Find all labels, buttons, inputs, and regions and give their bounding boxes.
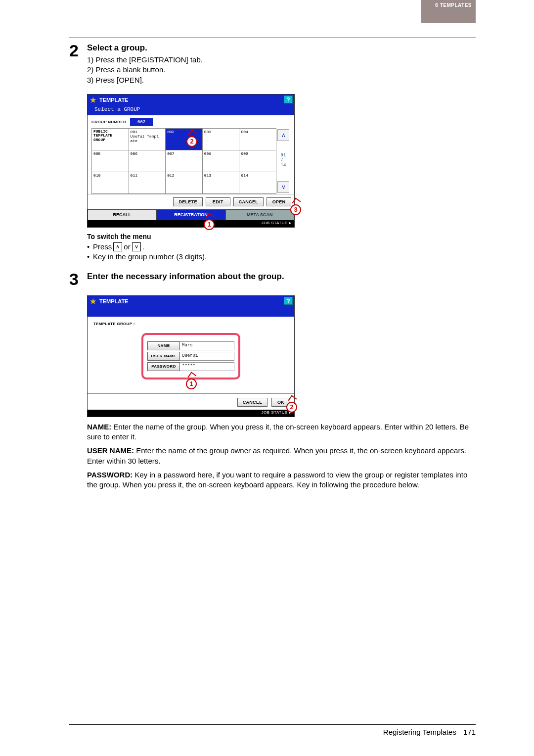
rule-top xyxy=(69,38,476,38)
template-panel-select-group: ★ TEMPLATE ? Select a GROUP GROUP NUMBER… xyxy=(87,94,295,228)
template-group-label: TEMPLATE GROUP : xyxy=(93,322,289,326)
bullet-icon: • xyxy=(87,252,93,261)
edit-button[interactable]: EDIT xyxy=(206,197,230,206)
tab-recall[interactable]: RECALL xyxy=(88,209,156,220)
cell-010[interactable]: 010 xyxy=(92,172,129,193)
cell-001[interactable]: 001 Useful Templ ate xyxy=(129,128,166,150)
panel2-title: TEMPLATE xyxy=(99,298,128,304)
header-band: 6 TEMPLATES xyxy=(421,0,476,23)
cell-008[interactable]: 008 xyxy=(202,150,239,172)
group-grid: PUBLIC TEMPLATE GROUP 001 Useful Templ a… xyxy=(91,128,276,194)
desc-password: PASSWORD: Key in a password here, if you… xyxy=(87,470,476,490)
group-number-label: GROUP NUMBER xyxy=(91,120,126,124)
step-2-title: Select a group. xyxy=(87,43,476,53)
password-label-button[interactable]: PASSWORD xyxy=(147,362,180,371)
template-panel-group-info: ★ TEMPLATE ? TEMPLATE GROUP : NAME Mars … xyxy=(87,295,295,417)
cell-014[interactable]: 014 xyxy=(239,172,276,193)
desc-username-label: USER NAME: xyxy=(87,446,134,455)
cell-007[interactable]: 007 xyxy=(166,150,203,172)
panel1-subtitle: Select a GROUP xyxy=(88,105,294,115)
desc-name-text: Enter the name of the group. When you pr… xyxy=(87,423,469,441)
star-icon: ★ xyxy=(89,96,96,103)
footer-page: 171 xyxy=(463,728,476,736)
cell-003[interactable]: 003 xyxy=(202,128,239,150)
step-2-item-2: 2) Press a blank button. xyxy=(87,65,476,75)
step-3-number: 3 xyxy=(69,272,87,286)
cancel-button[interactable]: CANCEL xyxy=(233,197,264,206)
step-2-item-1: 1) Press the [REGISTRATION] tab. xyxy=(87,55,476,65)
group-number-value[interactable]: 002 xyxy=(130,118,153,126)
callout-3: 3 xyxy=(290,204,301,215)
panel1-title: TEMPLATE xyxy=(99,97,128,103)
panel2-subtitle xyxy=(88,307,294,317)
step-3-title: Enter the necessary information about th… xyxy=(87,272,476,282)
switch-menu-line2: Key in the group number (3 digits). xyxy=(93,252,207,261)
job-status-bar[interactable]: JOB STATUS ▸ xyxy=(88,220,294,227)
desc-name: NAME: Enter the name of the group. When … xyxy=(87,422,476,442)
callout-1: 1 xyxy=(204,219,215,230)
password-field[interactable]: ***** xyxy=(180,362,234,371)
cell-004[interactable]: 004 xyxy=(239,128,276,150)
switch-menu-heading: To switch the menu xyxy=(87,233,476,240)
name-field[interactable]: Mars xyxy=(180,341,234,350)
cell-005[interactable]: 005 xyxy=(92,150,129,172)
scroll-down-icon[interactable]: ∨ xyxy=(277,181,289,193)
cell-public-template-group[interactable]: PUBLIC TEMPLATE GROUP xyxy=(92,128,129,150)
star-icon: ★ xyxy=(89,298,96,305)
help-icon[interactable]: ? xyxy=(284,297,293,305)
step-2-item-3: 3) Press [OPEN]. xyxy=(87,75,476,85)
help-icon[interactable]: ? xyxy=(284,95,293,103)
bullet-icon: • xyxy=(87,242,93,251)
username-label-button[interactable]: USER NAME xyxy=(147,352,180,361)
group-info-form: NAME Mars USER NAME User01 PASSWORD ****… xyxy=(141,333,240,379)
callout-2: 2 xyxy=(186,136,197,147)
desc-username-text: Enter the name of the group owner as req… xyxy=(87,446,466,465)
cell-006[interactable]: 006 xyxy=(129,150,166,172)
name-label-button[interactable]: NAME xyxy=(147,341,180,350)
callout-1: 1 xyxy=(186,378,197,389)
cell-013[interactable]: 013 xyxy=(202,172,239,193)
cell-012[interactable]: 012 xyxy=(166,172,203,193)
switch-menu-or-text: or xyxy=(124,242,130,251)
cancel-button[interactable]: CANCEL xyxy=(237,398,267,407)
tab-registration[interactable]: REGISTRATION xyxy=(156,209,225,220)
footer-title: Registering Templates xyxy=(383,728,456,736)
page-indicator: 01 ⁄ 14 xyxy=(281,142,286,180)
cell-011[interactable]: 011 xyxy=(129,172,166,193)
delete-button[interactable]: DELETE xyxy=(173,197,202,206)
key-down-icon: ∨ xyxy=(132,242,141,251)
callout-2: 2 xyxy=(286,402,297,413)
key-up-icon: ∧ xyxy=(113,242,122,251)
cell-009[interactable]: 009 xyxy=(239,150,276,172)
job-status-bar[interactable]: JOB STATUS ▸ xyxy=(88,410,294,417)
step-2-items: 1) Press the [REGISTRATION] tab. 2) Pres… xyxy=(87,55,476,85)
scroll-up-icon[interactable]: ∧ xyxy=(277,129,289,141)
switch-menu-period: . xyxy=(142,242,144,251)
desc-username: USER NAME: Enter the name of the group o… xyxy=(87,446,476,466)
desc-name-label: NAME: xyxy=(87,423,111,431)
desc-password-label: PASSWORD: xyxy=(87,471,133,479)
desc-password-text: Key in a password here, if you want to r… xyxy=(87,471,467,489)
tab-meta-scan[interactable]: META SCAN xyxy=(225,209,294,220)
rule-bottom xyxy=(69,724,476,725)
open-button[interactable]: OPEN xyxy=(267,197,291,206)
switch-menu-press-text: Press xyxy=(93,242,112,251)
step-2-number: 2 xyxy=(69,43,87,85)
username-field[interactable]: User01 xyxy=(180,352,234,361)
